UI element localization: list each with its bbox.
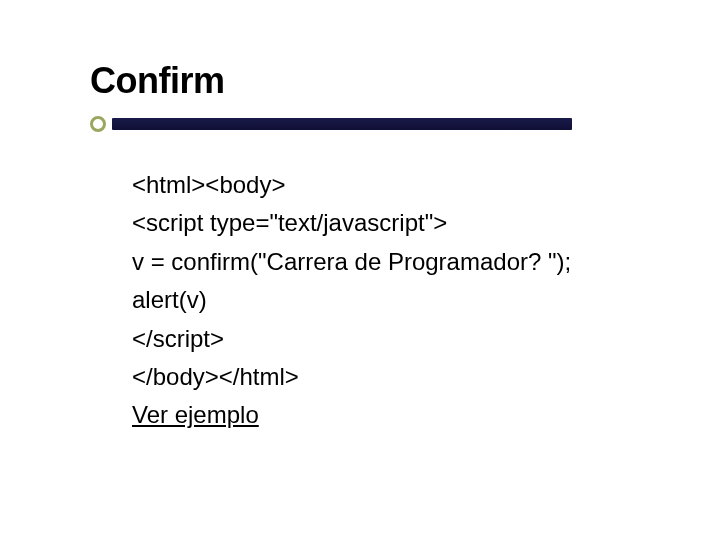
example-link[interactable]: Ver ejemplo [132, 396, 259, 434]
code-line-5: </script> [132, 320, 650, 358]
bullet-dot-icon [90, 116, 106, 132]
title-underline [90, 116, 570, 132]
code-line-4: alert(v) [132, 281, 650, 319]
code-line-6: </body></html> [132, 358, 650, 396]
code-line-1: <html><body> [132, 166, 650, 204]
slide-title: Confirm [90, 60, 650, 102]
code-line-2: <script type="text/javascript"> [132, 204, 650, 242]
code-line-3: v = confirm("Carrera de Programador? "); [132, 243, 650, 281]
slide-content: <html><body> <script type="text/javascri… [90, 166, 650, 435]
slide-container: Confirm <html><body> <script type="text/… [90, 60, 650, 435]
underline-bar [112, 118, 572, 130]
